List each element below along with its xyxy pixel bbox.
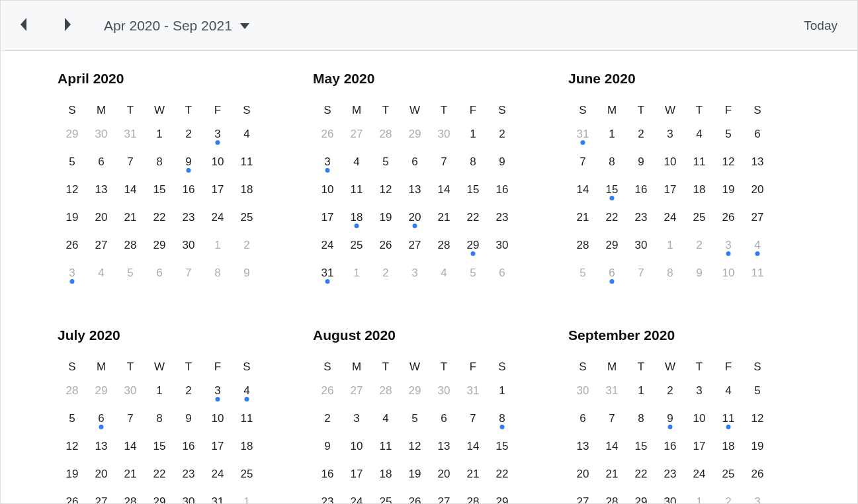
calendar-day[interactable]: 20 xyxy=(87,204,116,232)
calendar-day[interactable]: 18 xyxy=(342,204,371,232)
calendar-day[interactable]: 13 xyxy=(87,177,116,204)
calendar-day[interactable]: 21 xyxy=(597,461,626,489)
calendar-day[interactable]: 4 xyxy=(232,121,261,149)
calendar-day[interactable]: 5 xyxy=(371,149,400,177)
calendar-day[interactable]: 4 xyxy=(232,378,261,405)
calendar-day[interactable]: 3 xyxy=(714,232,743,260)
calendar-day[interactable]: 28 xyxy=(568,232,597,260)
calendar-day[interactable]: 11 xyxy=(743,260,772,288)
calendar-day[interactable]: 31 xyxy=(203,489,232,503)
calendar-day[interactable]: 26 xyxy=(313,378,342,405)
calendar-day[interactable]: 16 xyxy=(626,177,656,204)
calendar-day[interactable]: 29 xyxy=(597,232,626,260)
calendar-day[interactable]: 3 xyxy=(313,149,342,177)
calendar-day[interactable]: 9 xyxy=(685,260,714,288)
calendar-day[interactable]: 29 xyxy=(145,232,174,260)
calendar-day[interactable]: 19 xyxy=(58,204,87,232)
calendar-day[interactable]: 31 xyxy=(116,121,145,149)
calendar-day[interactable]: 12 xyxy=(58,433,87,461)
calendar-day[interactable]: 27 xyxy=(87,232,116,260)
calendar-day[interactable]: 10 xyxy=(203,405,232,433)
calendar-day[interactable]: 14 xyxy=(568,177,597,204)
calendar-day[interactable]: 20 xyxy=(400,204,429,232)
calendar-day[interactable]: 12 xyxy=(743,405,772,433)
calendar-day[interactable]: 28 xyxy=(371,378,400,405)
calendar-day[interactable]: 10 xyxy=(685,405,714,433)
calendar-day[interactable]: 9 xyxy=(626,149,656,177)
calendar-day[interactable]: 11 xyxy=(232,405,261,433)
calendar-day[interactable]: 5 xyxy=(714,121,743,149)
calendar-day[interactable]: 27 xyxy=(342,121,371,149)
calendar-day[interactable]: 18 xyxy=(371,461,400,489)
calendar-day[interactable]: 11 xyxy=(714,405,743,433)
calendar-day[interactable]: 23 xyxy=(174,461,203,489)
calendar-day[interactable]: 5 xyxy=(743,378,772,405)
calendar-day[interactable]: 4 xyxy=(371,405,400,433)
calendar-day[interactable]: 7 xyxy=(429,149,458,177)
calendar-day[interactable]: 17 xyxy=(342,461,371,489)
calendar-day[interactable]: 19 xyxy=(400,461,429,489)
calendar-day[interactable]: 16 xyxy=(174,177,203,204)
calendar-day[interactable]: 16 xyxy=(313,461,342,489)
calendar-day[interactable]: 28 xyxy=(429,232,458,260)
calendar-day[interactable]: 12 xyxy=(714,149,743,177)
calendar-day[interactable]: 20 xyxy=(743,177,772,204)
calendar-day[interactable]: 18 xyxy=(232,177,261,204)
calendar-day[interactable]: 14 xyxy=(597,433,626,461)
calendar-day[interactable]: 17 xyxy=(656,177,685,204)
calendar-day[interactable]: 4 xyxy=(685,121,714,149)
calendar-day[interactable]: 18 xyxy=(714,433,743,461)
calendar-day[interactable]: 17 xyxy=(313,204,342,232)
calendar-day[interactable]: 5 xyxy=(58,405,87,433)
calendar-day[interactable]: 9 xyxy=(313,433,342,461)
calendar-day[interactable]: 8 xyxy=(203,260,232,288)
calendar-day[interactable]: 7 xyxy=(174,260,203,288)
calendar-day[interactable]: 19 xyxy=(371,204,400,232)
calendar-day[interactable]: 12 xyxy=(371,177,400,204)
calendar-day[interactable]: 22 xyxy=(458,204,488,232)
calendar-day[interactable]: 2 xyxy=(371,260,400,288)
calendar-day[interactable]: 21 xyxy=(116,204,145,232)
calendar-day[interactable]: 25 xyxy=(232,461,261,489)
calendar-day[interactable]: 13 xyxy=(400,177,429,204)
calendar-day[interactable]: 27 xyxy=(429,489,458,503)
calendar-day[interactable]: 17 xyxy=(685,433,714,461)
calendar-day[interactable]: 1 xyxy=(145,121,174,149)
calendar-day[interactable]: 22 xyxy=(145,461,174,489)
calendar-day[interactable]: 22 xyxy=(145,204,174,232)
calendar-day[interactable]: 24 xyxy=(685,461,714,489)
calendar-day[interactable]: 11 xyxy=(342,177,371,204)
calendar-day[interactable]: 30 xyxy=(429,378,458,405)
calendar-day[interactable]: 31 xyxy=(313,260,342,288)
calendar-scroll-area[interactable]: April 2020SMTWTFS29303112345678910111213… xyxy=(1,51,857,503)
calendar-day[interactable]: 11 xyxy=(371,433,400,461)
calendar-day[interactable]: 6 xyxy=(87,149,116,177)
calendar-day[interactable]: 24 xyxy=(203,204,232,232)
calendar-day[interactable]: 8 xyxy=(488,405,517,433)
calendar-day[interactable]: 29 xyxy=(145,489,174,503)
calendar-day[interactable]: 13 xyxy=(87,433,116,461)
calendar-day[interactable]: 15 xyxy=(145,177,174,204)
calendar-day[interactable]: 22 xyxy=(488,461,517,489)
calendar-day[interactable]: 3 xyxy=(743,489,772,503)
calendar-day[interactable]: 28 xyxy=(116,489,145,503)
calendar-day[interactable]: 27 xyxy=(400,232,429,260)
calendar-day[interactable]: 26 xyxy=(58,232,87,260)
calendar-day[interactable]: 13 xyxy=(429,433,458,461)
calendar-day[interactable]: 5 xyxy=(400,405,429,433)
calendar-day[interactable]: 11 xyxy=(232,149,261,177)
calendar-day[interactable]: 2 xyxy=(488,121,517,149)
calendar-day[interactable]: 3 xyxy=(58,260,87,288)
calendar-day[interactable]: 23 xyxy=(656,461,685,489)
calendar-day[interactable]: 29 xyxy=(400,121,429,149)
calendar-day[interactable]: 8 xyxy=(145,149,174,177)
calendar-day[interactable]: 6 xyxy=(429,405,458,433)
calendar-day[interactable]: 10 xyxy=(313,177,342,204)
calendar-day[interactable]: 28 xyxy=(597,489,626,503)
calendar-day[interactable]: 6 xyxy=(400,149,429,177)
calendar-day[interactable]: 25 xyxy=(371,489,400,503)
calendar-day[interactable]: 9 xyxy=(232,260,261,288)
calendar-day[interactable]: 8 xyxy=(597,149,626,177)
calendar-day[interactable]: 5 xyxy=(568,260,597,288)
calendar-day[interactable]: 2 xyxy=(626,121,656,149)
